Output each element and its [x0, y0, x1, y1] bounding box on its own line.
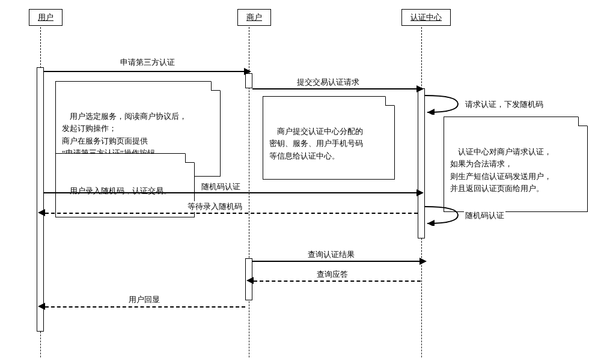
participant-user: 用户	[29, 9, 63, 26]
msg-random-code-auth: 随机码认证	[200, 181, 242, 192]
arrow-m9	[45, 306, 245, 308]
activation-auth-center	[418, 88, 425, 238]
msg-random-code-auth-self: 随机码认证	[464, 210, 505, 221]
note-user-enters-code: 用户录入随机码，认证交易。	[55, 153, 195, 217]
msg-request-auth-issue-code: 请求认证，下发随机码	[464, 99, 545, 110]
note-merchant-submits-info: 商户提交认证中心分配的 密钥、服务、用户手机号码 等信息给认证中心。	[263, 96, 395, 180]
self-arrow-request-auth	[425, 93, 461, 115]
arrow-m5	[45, 213, 418, 214]
arrow-head-m8	[246, 277, 254, 284]
msg-wait-for-input: 等待录入随机码	[186, 201, 243, 212]
note-text-3: 认证中心对商户请求认证， 如果为合法请求， 则生产短信认证码发送用户， 并且返回…	[450, 147, 552, 192]
arrow-head-m4	[416, 189, 424, 196]
arrow-m1	[44, 71, 245, 72]
arrow-head-m7	[419, 258, 427, 265]
arrow-head-m2	[416, 85, 424, 93]
arrow-m8	[254, 281, 421, 282]
participant-merchant: 商户	[237, 9, 271, 26]
sequence-diagram: 用户 商户 认证中心 申请第三方认证 用户选定服务，阅读商户协议后， 发起订购操…	[0, 0, 601, 364]
activation-user	[37, 67, 44, 332]
note-text-2: 商户提交认证中心分配的 密钥、服务、用户手机号码 等信息给认证中心。	[269, 127, 363, 160]
arrow-m7	[252, 261, 421, 262]
msg-query-response: 查询应答	[316, 269, 349, 280]
arrow-head-m9	[38, 303, 45, 310]
note-text-1: 用户选定服务，阅读商户协议后， 发起订购操作； 商户在服务订购页面提供 “申请第…	[62, 112, 187, 157]
self-arrow-random-code-auth	[425, 204, 461, 226]
msg-submit-auth-request: 提交交易认证请求	[296, 77, 361, 88]
note-text-4: 用户录入随机码，认证交易。	[70, 186, 171, 195]
participant-auth-center: 认证中心	[401, 9, 451, 26]
activation-merchant-1	[245, 73, 252, 88]
arrow-head-m5	[38, 209, 45, 216]
arrow-m4	[44, 192, 418, 193]
msg-query-auth-result: 查询认证结果	[307, 249, 356, 260]
msg-user-display: 用户回显	[127, 294, 161, 305]
msg-apply-third-party-auth: 申请第三方认证	[119, 57, 176, 68]
arrow-m2	[252, 88, 418, 89]
arrow-head-m1	[244, 68, 251, 75]
note-auth-center-verifies: 认证中心对商户请求认证， 如果为合法请求， 则生产短信认证码发送用户， 并且返回…	[444, 117, 588, 212]
